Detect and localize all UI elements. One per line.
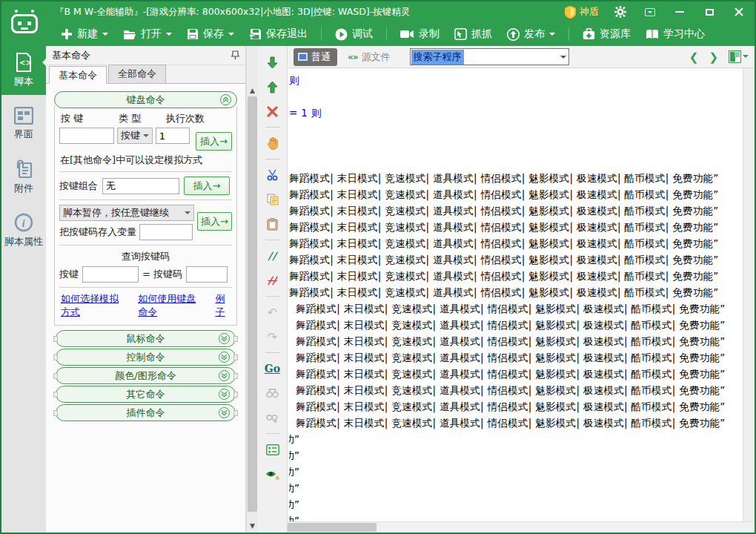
pause-select[interactable]: 脚本暂停，按任意键继续	[59, 205, 194, 221]
find-button[interactable]	[264, 384, 282, 402]
key-type-select[interactable]: 按键	[117, 128, 153, 144]
store-variable-input[interactable]	[139, 224, 193, 240]
insert-combo-button[interactable]: 插入→	[184, 177, 230, 195]
pin-icon[interactable]	[231, 50, 239, 60]
section-collapsed-4[interactable]: 插件命令	[56, 404, 236, 421]
query-code-input[interactable]	[186, 266, 228, 283]
goto-icon: Go	[265, 363, 280, 375]
debug-button[interactable]: 调试	[329, 25, 379, 43]
insert-pause-button[interactable]: 插入→	[197, 212, 232, 231]
key-label: 按 键	[61, 112, 119, 125]
tab-basic-commands[interactable]: 基本命令	[49, 66, 107, 84]
section-collapsed-3[interactable]: 其它命令	[56, 386, 236, 403]
plus-icon	[61, 28, 73, 40]
move-up-button[interactable]	[264, 78, 282, 96]
left-sidebar: <> 脚本 界面 附件 i 脚本属性	[1, 46, 46, 533]
uncomment-button[interactable]: //	[264, 271, 282, 289]
code-line	[289, 154, 743, 170]
panel-title: 基本命令	[52, 49, 90, 62]
find-next-button[interactable]	[264, 409, 282, 426]
link-example[interactable]: 例子	[215, 292, 232, 319]
open-button[interactable]: 打开	[117, 25, 178, 43]
move-down-button[interactable]	[264, 53, 282, 71]
chevron-down-icon	[185, 211, 190, 217]
query-eq-label: = 按键码	[142, 268, 182, 281]
arrow-up-icon	[267, 81, 278, 93]
save-exit-button[interactable]: 保存退出	[243, 25, 314, 43]
copy-button[interactable]	[264, 191, 282, 208]
sidebar-item-script[interactable]: <> 脚本	[1, 46, 46, 95]
chevron-down-icon	[549, 33, 555, 39]
panel-scrollbar[interactable]: ▲ ▼	[246, 46, 258, 533]
chevron-down-icon	[228, 33, 234, 39]
preview-button[interactable]	[264, 465, 282, 483]
learning-button[interactable]: 学习中心	[640, 25, 711, 43]
link-simulation-help[interactable]: 如何选择模拟方式	[61, 292, 127, 319]
resources-button[interactable]: 资源库	[577, 25, 637, 43]
editor-vscrollbar[interactable]	[743, 68, 755, 521]
chevron-down-icon	[743, 55, 749, 63]
scroll-down-icon[interactable]: ▼	[247, 520, 258, 531]
combo-input[interactable]	[102, 178, 179, 194]
comment-button[interactable]: //	[264, 247, 282, 265]
scrollbar-thumb[interactable]	[248, 96, 257, 512]
code-line: 舞蹈模式| 末日模式| 竞速模式| 道具模式| 情侣模式| 魅影模式| 极速模式…	[289, 235, 743, 251]
minimize-icon	[675, 11, 684, 13]
sidebar-item-attachments[interactable]: 附件	[1, 153, 46, 202]
panel-tabs: 基本命令 全部命令	[46, 65, 245, 84]
editor-hscrollbar[interactable]	[288, 521, 755, 533]
key-input[interactable]	[59, 128, 114, 144]
shield-badge[interactable]: 神盾	[565, 5, 599, 19]
publish-button[interactable]: 发布	[501, 25, 561, 43]
form-list-icon	[266, 444, 279, 455]
section-collapsed-1[interactable]: 控制命令	[56, 349, 236, 366]
code-line: 舞蹈模式| 末日模式| 竞速模式| 道具模式| 情侣模式| 魅影模式| 极速模式…	[289, 284, 743, 300]
sidebar-item-properties[interactable]: i 脚本属性	[1, 206, 46, 255]
section-collapsed-2[interactable]: 颜色/图形命令	[56, 367, 236, 384]
close-button[interactable]	[731, 4, 747, 19]
insert-key-button[interactable]: 插入→	[196, 132, 232, 151]
view-normal-button[interactable]: 普通	[294, 48, 337, 66]
store-label: 把按键码存入变量	[59, 225, 136, 239]
delete-line-button[interactable]	[264, 102, 282, 120]
record-button[interactable]: 录制	[394, 25, 445, 43]
goto-line-button[interactable]: Go	[264, 360, 282, 378]
new-button[interactable]: 新建	[55, 25, 114, 43]
subroutine-select[interactable]: 搜索子程序	[410, 48, 569, 65]
grid-icon	[729, 50, 741, 63]
section-collapsed-0[interactable]: 鼠标命令	[56, 330, 236, 347]
paste-button[interactable]	[264, 215, 282, 233]
window-menu-button[interactable]	[642, 4, 658, 19]
hscrollbar-thumb[interactable]	[288, 523, 377, 532]
layout-button[interactable]	[729, 50, 749, 63]
view-source-button[interactable]: «» 源文件	[345, 48, 394, 66]
save-button[interactable]: 保存	[181, 25, 240, 43]
tab-all-commands[interactable]: 全部命令	[108, 65, 166, 83]
code-line: 舞蹈模式| 末日模式| 竞速模式| 道具模式| 情侣模式| 魅影模式| 极速模式…	[289, 268, 743, 284]
grab-button[interactable]: 抓抓	[448, 25, 498, 43]
camera-icon	[400, 29, 414, 39]
expand-icon	[219, 407, 230, 418]
divider	[265, 159, 280, 159]
settings-button[interactable]	[612, 4, 629, 19]
count-input[interactable]	[156, 128, 190, 144]
sidebar-item-interface[interactable]: 界面	[1, 99, 46, 148]
maximize-button[interactable]	[701, 4, 717, 19]
window-caret-icon	[645, 8, 655, 16]
scroll-up-icon[interactable]: ▲	[247, 85, 258, 96]
query-key-input[interactable]	[82, 266, 139, 283]
cut-button[interactable]	[264, 166, 282, 184]
code-area[interactable]: 则= 1 则舞蹈模式| 末日模式| 竞速模式| 道具模式| 情侣模式| 魅影模式…	[288, 68, 743, 521]
section-keyboard-commands[interactable]: 键盘命令	[54, 91, 237, 108]
nav-prev-button[interactable]: ❮	[689, 50, 699, 64]
minimize-button[interactable]	[672, 4, 688, 19]
redo-button[interactable]: ↷	[264, 328, 282, 346]
code-editor: 普通 «» 源文件 搜索子程序 ❮ ❯	[288, 46, 755, 533]
editor-toolbar: 普通 «» 源文件 搜索子程序 ❮ ❯	[288, 46, 755, 68]
undo-button[interactable]: ↶	[264, 303, 282, 321]
divider	[265, 296, 280, 297]
link-keyboard-help[interactable]: 如何使用键盘命令	[138, 292, 205, 319]
drag-button[interactable]	[264, 134, 282, 152]
nav-next-button[interactable]: ❯	[709, 50, 718, 64]
form-view-button[interactable]	[264, 441, 282, 458]
